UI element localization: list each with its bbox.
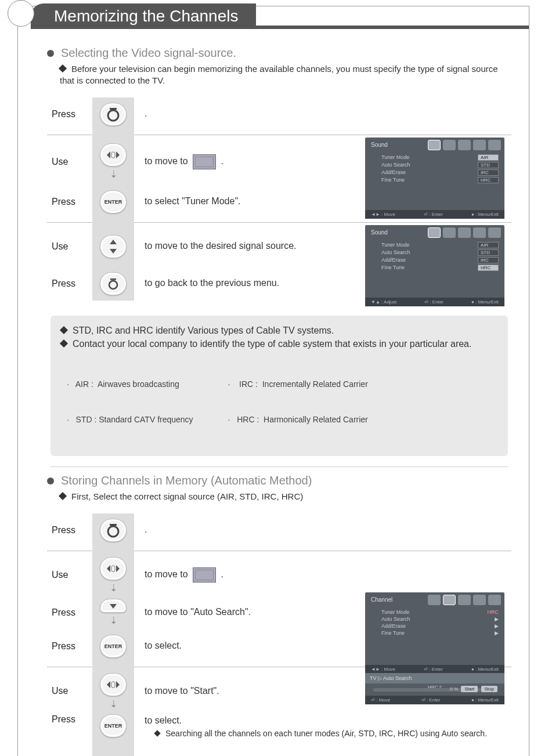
menu-back-button-icon xyxy=(100,272,127,295)
note-box: STD, IRC and HRC identify Various types … xyxy=(51,316,508,457)
page-title: Memorizing the Channels xyxy=(31,3,256,29)
step-desc: to select "Tuner Mode". xyxy=(134,195,511,208)
enter-button-icon: ENTER xyxy=(100,635,127,658)
flow-arrow-down-icon: ⇣ xyxy=(110,699,117,710)
step-desc: to select. xyxy=(134,639,511,652)
step-verb: Use xyxy=(47,241,92,252)
step-row: Press ENTER to select. xyxy=(47,630,511,663)
svg-rect-6 xyxy=(110,524,117,526)
svg-point-5 xyxy=(108,526,118,537)
left-right-button-icon xyxy=(100,673,127,696)
down-button-icon xyxy=(100,599,127,613)
svg-rect-1 xyxy=(110,108,117,110)
definition-hrc: · HRC : Harmonically Related Carrier xyxy=(228,414,368,425)
menu-button-icon xyxy=(100,103,127,126)
step-verb: Press xyxy=(47,641,92,652)
section1-steps: Press . Use ⇣ to move to . xyxy=(47,97,511,301)
step-desc: to select. Searching all the channels on… xyxy=(134,714,511,740)
section-heading: Storing Channels in Memory (Automatic Me… xyxy=(47,474,511,487)
svg-point-0 xyxy=(108,110,118,121)
step-verb: Press xyxy=(47,525,92,536)
step-row: Use ⇣ to move to . Sound xyxy=(47,139,511,185)
step-verb: Use xyxy=(47,157,92,167)
section1-intro: Before your television can begin memoriz… xyxy=(60,63,511,87)
section2-title: Storing Channels in Memory (Automatic Me… xyxy=(61,474,312,487)
step-verb: Use xyxy=(47,570,92,580)
diamond-icon xyxy=(60,339,68,348)
svg-rect-2 xyxy=(111,152,115,158)
svg-rect-7 xyxy=(111,566,115,571)
step-desc: to move to . xyxy=(134,567,511,583)
definition-irc: · IRC : Incrementally Related Carrier xyxy=(228,378,368,390)
definition-std: · STD : Standard CATV frequency xyxy=(67,414,193,425)
step-verb: Press xyxy=(47,607,92,618)
diamond-icon xyxy=(154,730,160,736)
menu-button-icon xyxy=(100,519,127,542)
step-row: Use to move to the desired signal source… xyxy=(47,226,511,267)
title-bar: Memorizing the Channels xyxy=(13,3,529,30)
step-row: Press . xyxy=(47,513,511,547)
svg-point-3 xyxy=(109,281,117,289)
diamond-icon xyxy=(59,64,67,73)
up-down-button-icon xyxy=(100,235,127,258)
enter-button-icon: ENTER xyxy=(100,190,127,214)
definition-air: · AIR : Airwaves broadcasting xyxy=(67,378,193,390)
left-right-button-icon xyxy=(100,557,127,580)
osd-screenshot-auto-search: TV ▷ Auto Search HRC 2 0 % Start Stop ⏎ … xyxy=(365,673,504,704)
svg-rect-8 xyxy=(111,682,115,688)
step-row: Use ⇣ to move to "Start". TV ▷ Auto Sear… xyxy=(47,671,511,712)
step-row: Press ENTER to select. Searching all the… xyxy=(47,712,511,753)
step-desc: . xyxy=(134,523,511,536)
svg-rect-4 xyxy=(110,278,116,280)
step-desc: . xyxy=(134,107,511,120)
diamond-icon xyxy=(60,325,68,334)
section2-steps: Press . Use ⇣ to move to . xyxy=(47,513,511,757)
flow-arrow-down-icon: ⇣ xyxy=(110,615,117,626)
step-verb: Press xyxy=(47,109,92,120)
title-ornament-circle xyxy=(8,0,34,27)
step-row: Press ⇣ to move to "Auto Search". Channe… xyxy=(47,596,511,630)
tv-thumbnail-icon xyxy=(193,154,216,169)
flow-arrow-down-icon: ⇣ xyxy=(110,583,117,594)
step-verb: Press xyxy=(47,278,92,289)
left-right-button-icon xyxy=(100,143,127,167)
diamond-icon xyxy=(59,492,67,500)
bullet-icon xyxy=(47,50,54,57)
step-row: Press to go back to the previous menu. xyxy=(47,267,511,301)
bullet-icon xyxy=(47,478,54,484)
section1-title: Selecting the Video signal-source. xyxy=(61,46,236,60)
step-row: Press ENTER to select "Tuner Mode". xyxy=(47,185,511,219)
section-heading: Selecting the Video signal-source. xyxy=(47,46,511,60)
step-verb: Use xyxy=(47,686,92,696)
step-desc: to go back to the previous menu. xyxy=(134,277,511,290)
step-row: Press . xyxy=(47,97,511,131)
enter-button-icon: ENTER xyxy=(100,714,127,737)
flow-arrow-down-icon: ⇣ xyxy=(110,169,117,180)
step-verb: Press xyxy=(47,714,92,725)
tv-thumbnail-icon xyxy=(193,567,216,583)
step-row: Press to go back to the previous menu. xyxy=(47,753,511,757)
step-verb: Press xyxy=(47,197,92,207)
section-divider xyxy=(51,466,508,467)
step-row: Use ⇣ to move to . xyxy=(47,555,511,596)
section2-intro: First, Select the correct signal source … xyxy=(60,491,511,502)
